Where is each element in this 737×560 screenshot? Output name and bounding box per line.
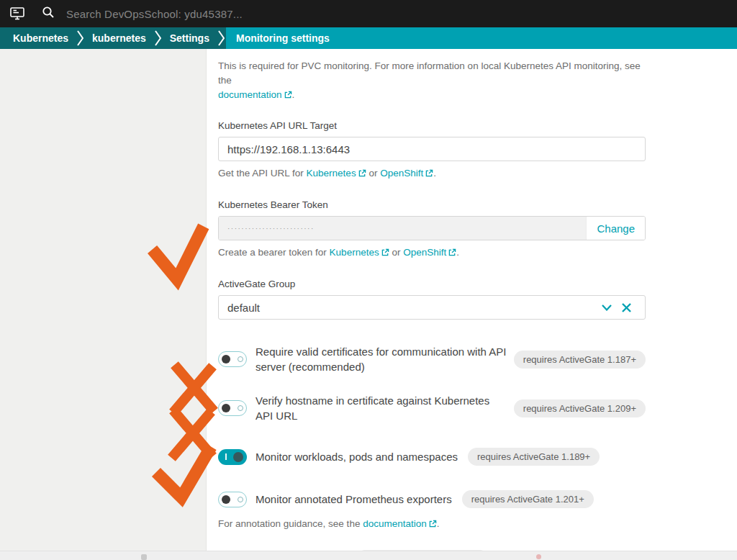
- kubernetes-docs-link[interactable]: Kubernetes: [307, 168, 356, 179]
- or-text: or: [368, 168, 377, 179]
- monitor-prometheus-toggle[interactable]: [218, 492, 247, 507]
- openshift-token-docs-link[interactable]: OpenShift: [403, 247, 446, 258]
- bearer-token-help-text: Create a bearer token for: [218, 247, 327, 258]
- pvc-monitoring-note-text: This is required for PVC monitoring. For…: [218, 60, 641, 86]
- activegate-group-value: default: [227, 302, 597, 314]
- documentation-link[interactable]: documentation: [218, 89, 282, 100]
- period-text: .: [456, 247, 459, 258]
- breadcrumb-item-monitoring-settings-active: Monitoring settings: [226, 27, 737, 49]
- search-placeholder-text: Search DevOpsSchool: ydu45387...: [66, 8, 243, 20]
- bearer-token-field: ························· Change: [218, 216, 646, 240]
- top-navigation-bar: Search DevOpsSchool: ydu45387...: [0, 0, 737, 27]
- breadcrumb-item-kubernetes-cluster[interactable]: kubernetes: [85, 27, 153, 49]
- api-url-input[interactable]: [218, 137, 646, 161]
- toggle-row-valid-certificates: Require valid certificates for communica…: [218, 344, 646, 374]
- requires-activegate-badge: requires ActiveGate 1.201+: [462, 490, 594, 508]
- api-url-help-text: Get the API URL for: [218, 168, 304, 179]
- chevron-down-icon[interactable]: [597, 304, 617, 311]
- toggle-label: Monitor annotated Prometheus exporters: [256, 492, 452, 507]
- cropped-artifact: [536, 554, 541, 559]
- openshift-docs-link[interactable]: OpenShift: [380, 168, 423, 179]
- external-link-icon: [381, 248, 389, 258]
- verify-hostname-toggle[interactable]: [218, 400, 247, 416]
- change-token-button[interactable]: Change: [586, 217, 645, 240]
- external-link-icon: [429, 519, 437, 530]
- external-link-icon: [284, 89, 292, 103]
- cropped-bottom-strip: [0, 551, 737, 560]
- cropped-artifact: [141, 554, 147, 560]
- requires-activegate-badge: requires ActiveGate 1.209+: [514, 399, 646, 417]
- settings-sidebar: [0, 49, 207, 551]
- monitor-workloads-toggle[interactable]: [218, 449, 247, 465]
- period-text: .: [437, 518, 440, 529]
- external-link-icon: [425, 168, 433, 179]
- breadcrumb-chevron-icon: [153, 30, 163, 46]
- toggle-row-monitor-workloads: Monitor workloads, pods and namespaces r…: [218, 448, 646, 466]
- toggle-label: Monitor workloads, pods and namespaces: [256, 449, 458, 464]
- monitoring-settings-panel: This is required for PVC monitoring. For…: [207, 49, 737, 551]
- require-valid-certificates-toggle[interactable]: [218, 351, 247, 367]
- requires-activegate-badge: requires ActiveGate 1.189+: [468, 448, 600, 466]
- bearer-token-label: Kubernetes Bearer Token: [218, 199, 646, 210]
- bearer-token-masked-value: ·························: [219, 217, 586, 240]
- requires-activegate-badge: requires ActiveGate 1.187+: [514, 351, 646, 369]
- toggle-row-prometheus-exporters: Monitor annotated Prometheus exporters r…: [218, 490, 646, 508]
- global-search-field[interactable]: Search DevOpsSchool: ydu45387...: [42, 6, 728, 22]
- pvc-monitoring-note: This is required for PVC monitoring. For…: [218, 59, 646, 103]
- toggle-row-verify-hostname: Verify hostname in certificate against K…: [218, 393, 646, 423]
- activegate-group-select[interactable]: default: [218, 295, 646, 320]
- breadcrumb: Kubernetes kubernetes Settings Monitorin…: [0, 27, 737, 49]
- breadcrumb-chevron-icon: [76, 30, 85, 46]
- period-text: .: [292, 89, 295, 100]
- breadcrumb-trail: Kubernetes kubernetes Settings: [0, 27, 226, 49]
- activegate-group-label: ActiveGate Group: [218, 279, 646, 289]
- breadcrumb-item-settings[interactable]: Settings: [163, 27, 217, 49]
- clear-selection-icon[interactable]: [617, 303, 636, 312]
- external-link-icon: [358, 168, 366, 179]
- dashboard-monitor-icon[interactable]: [9, 6, 26, 21]
- annotation-guidance-text: For annotation guidance, see the: [218, 518, 360, 529]
- documentation-link[interactable]: documentation: [363, 518, 427, 529]
- external-link-icon: [448, 248, 456, 258]
- api-url-label: Kubernetes API URL Target: [218, 120, 646, 131]
- breadcrumb-item-kubernetes-overview[interactable]: Kubernetes: [6, 27, 76, 49]
- bearer-token-help: Create a bearer token for Kubernetes or …: [218, 247, 646, 258]
- kubernetes-token-docs-link[interactable]: Kubernetes: [330, 247, 379, 258]
- search-icon: [42, 6, 55, 22]
- toggle-label: Require valid certificates for communica…: [256, 344, 514, 374]
- period-text: .: [433, 168, 436, 179]
- toggle-label: Verify hostname in certificate against K…: [256, 393, 504, 423]
- annotation-guidance-help: For annotation guidance, see the documen…: [218, 518, 646, 530]
- api-url-help: Get the API URL for Kubernetes or OpenSh…: [218, 168, 646, 179]
- breadcrumb-chevron-icon: [217, 30, 226, 46]
- or-text: or: [392, 247, 400, 258]
